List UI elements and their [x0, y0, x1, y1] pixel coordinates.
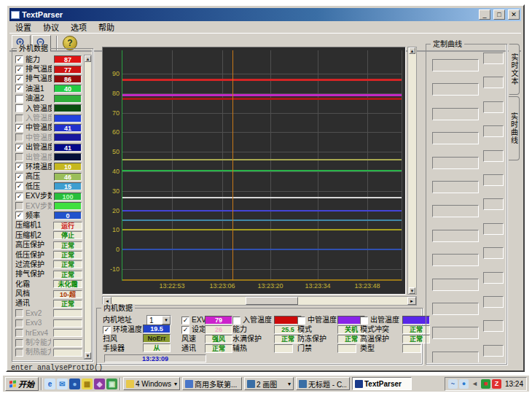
checkbox[interactable]: ✓ [15, 163, 23, 171]
curve-name-slot[interactable] [432, 205, 479, 217]
curve-name-slot[interactable] [432, 352, 479, 362]
media-player-icon[interactable]: ● [69, 378, 80, 389]
scroll-up-icon[interactable]: ▲ [409, 47, 415, 54]
menu-item[interactable]: 设置 [9, 20, 37, 34]
sidebar-item: ✓低压15 [13, 182, 92, 191]
scrollbar-thumb[interactable] [246, 297, 298, 305]
checkbox[interactable]: ✓ [15, 193, 23, 201]
curve-name-slot[interactable] [432, 181, 479, 193]
checkbox[interactable] [15, 329, 23, 337]
checkbox[interactable] [15, 104, 23, 112]
curve-value-slot[interactable] [483, 150, 504, 162]
maximize-button[interactable]: □ [493, 9, 505, 20]
curve-value-slot[interactable] [483, 101, 504, 113]
checkbox[interactable] [15, 202, 23, 210]
task-button[interactable]: 无标题 - C... [296, 377, 350, 390]
curve-name-slot[interactable] [432, 108, 479, 120]
scroll-right-icon[interactable]: ► [407, 297, 416, 305]
scroll-down-icon[interactable]: ▼ [85, 352, 91, 359]
tab-realtime-text[interactable]: 实时文本 [509, 44, 520, 95]
value-badge [54, 202, 82, 210]
checkbox[interactable] [15, 309, 23, 317]
checkbox[interactable]: ✓ [15, 144, 23, 152]
checkbox[interactable]: ✓ [15, 55, 23, 63]
scroll-down-icon[interactable]: ▼ [409, 287, 415, 294]
checkbox[interactable] [15, 133, 23, 141]
task-button[interactable]: 2 画图▾ [244, 377, 294, 390]
curve-value-slot[interactable] [483, 53, 504, 64]
start-button[interactable]: 开始 [5, 377, 39, 391]
checkbox[interactable]: ✓ [15, 124, 23, 132]
curve-name-slot[interactable] [432, 230, 479, 242]
dropdown-arrow-icon[interactable]: ▼ [162, 316, 171, 325]
curve-value-slot[interactable] [483, 77, 504, 88]
checkbox[interactable] [15, 349, 23, 357]
checkbox[interactable] [232, 317, 240, 325]
checkbox[interactable]: ✓ [15, 75, 23, 83]
ie-icon[interactable]: e [44, 378, 55, 389]
checkbox[interactable]: ✓ [103, 326, 111, 334]
curve-name-slot[interactable] [432, 254, 479, 266]
curve-name-slot[interactable] [432, 132, 479, 144]
checkbox[interactable] [15, 114, 23, 123]
curve-name-slot[interactable] [432, 59, 479, 71]
curve-value-slot[interactable] [483, 345, 504, 357]
titlebar[interactable]: TextParser _ □ ✕ [9, 8, 521, 21]
curve-name-slot[interactable] [432, 303, 479, 315]
curve-value-slot[interactable] [483, 223, 504, 235]
checkbox[interactable]: ✓ [15, 182, 23, 190]
checkbox[interactable] [15, 319, 23, 327]
checkbox[interactable]: ✓ [15, 173, 23, 181]
sidebar-scrollbar[interactable]: ▲ ▼ [84, 55, 92, 360]
indoor-row: 类型 [360, 344, 404, 353]
checkbox[interactable]: ✓ [181, 326, 189, 334]
curve-value-slot[interactable] [483, 296, 504, 308]
curve-value-slot[interactable] [483, 198, 504, 210]
curve-name-slot[interactable] [432, 327, 479, 339]
task-button[interactable]: 4 Windows ...▾ [123, 377, 180, 390]
curve-name-slot[interactable] [432, 83, 479, 96]
curve-value-slot[interactable] [483, 272, 504, 284]
close-button[interactable]: ✕ [508, 9, 520, 20]
checkbox[interactable] [15, 339, 23, 347]
checkbox[interactable]: ✓ [181, 317, 189, 325]
flashget-icon[interactable]: Z [492, 379, 501, 389]
curve-value-slot[interactable] [483, 174, 504, 186]
bird-icon[interactable]: ~ [448, 379, 458, 389]
menu-item[interactable]: 协议 [37, 20, 65, 34]
curve-value-slot[interactable] [483, 320, 504, 332]
checkbox[interactable] [297, 317, 305, 325]
scroll-up-icon[interactable]: ▲ [85, 55, 91, 62]
checkbox[interactable]: ✓ [15, 66, 23, 74]
security-icon[interactable]: ◆ [94, 378, 105, 389]
menu-item[interactable]: 帮助 [93, 20, 120, 34]
antivirus-icon[interactable]: ■ [481, 379, 490, 389]
checkbox[interactable]: ✓ [15, 85, 23, 93]
realtime-curve-chart[interactable]: 9080706050403020100-1013:22:5313:23:0613… [102, 47, 406, 295]
checkbox[interactable] [360, 317, 368, 325]
series-line [122, 197, 402, 198]
volume-icon[interactable]: ◄ [470, 379, 480, 389]
address-dropdown[interactable]: 1▼ [146, 315, 171, 325]
folder-icon[interactable]: ▣ [106, 378, 117, 389]
checkbox[interactable] [15, 95, 23, 103]
chart-vertical-scrollbar[interactable]: ▲ ▼ [407, 47, 417, 295]
minimize-button[interactable]: _ [479, 9, 490, 20]
checkbox[interactable]: ✓ [15, 211, 23, 220]
notes-icon[interactable]: ▦ [82, 378, 93, 389]
checkbox[interactable] [15, 153, 23, 161]
messenger-icon[interactable]: ● [459, 379, 469, 389]
chart-horizontal-scrollbar[interactable]: ◄ ► [102, 296, 417, 306]
curve-name-slot[interactable] [432, 157, 479, 169]
curve-value-slot[interactable] [483, 125, 504, 137]
chart-cursor[interactable] [232, 50, 233, 281]
chart-plot[interactable] [122, 50, 402, 281]
curve-name-slot[interactable] [432, 279, 479, 291]
tab-realtime-curve[interactable]: 实时曲线 [509, 96, 520, 160]
task-button[interactable]: 商用多联第... [182, 377, 242, 390]
outlook-express-icon[interactable]: ✉ [57, 378, 68, 389]
menu-item[interactable]: 选项 [65, 20, 93, 34]
curve-value-slot[interactable] [483, 247, 504, 259]
curve-row [428, 148, 505, 172]
task-button[interactable]: TextParser [352, 377, 412, 390]
